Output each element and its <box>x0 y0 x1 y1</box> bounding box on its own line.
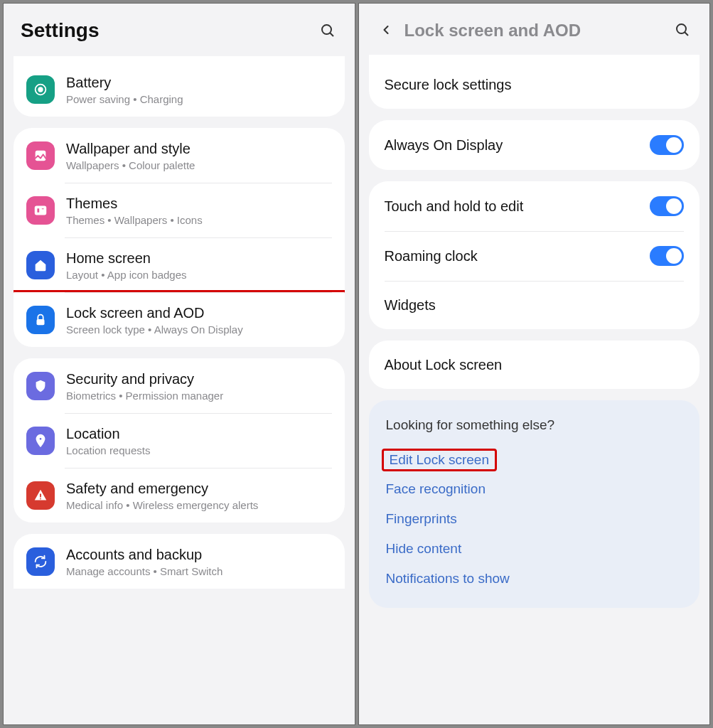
settings-item-text: Safety and emergencyMedical info • Wirel… <box>66 479 332 511</box>
page-title: Lock screen and AOD <box>404 21 673 41</box>
shield-icon <box>26 372 55 400</box>
lockscreen-item-aod[interactable]: Always On Display <box>369 120 700 170</box>
settings-item-text: Wallpaper and styleWallpapers • Colour p… <box>66 139 332 171</box>
item-title: About Lock screen <box>385 355 685 374</box>
settings-item-title: Home screen <box>66 249 332 267</box>
svg-point-9 <box>39 437 43 440</box>
settings-item-text: ThemesThemes • Wallpapers • Icons <box>66 194 332 226</box>
chevron-left-icon <box>379 23 393 37</box>
lockscreen-item-touchhold[interactable]: Touch and hold to edit <box>369 181 700 231</box>
lockscreen-group: Touch and hold to editRoaming clockWidge… <box>369 181 700 329</box>
link-finger[interactable]: Fingerprints <box>386 504 683 534</box>
settings-item-safety[interactable]: Safety and emergencyMedical info • Wirel… <box>14 468 345 523</box>
alert-icon <box>26 481 55 510</box>
lockscreen-item-roaming[interactable]: Roaming clock <box>369 231 700 281</box>
themes-icon <box>26 196 55 225</box>
back-button[interactable] <box>376 20 396 40</box>
settings-item-subtitle: Screen lock type • Always On Display <box>66 323 332 336</box>
settings-group: Wallpaper and styleWallpapers • Colour p… <box>14 128 345 347</box>
settings-item-text: Security and privacyBiometrics • Permiss… <box>66 370 332 402</box>
search-button[interactable] <box>318 21 338 41</box>
settings-item-text: BatteryPower saving • Charging <box>66 73 332 105</box>
svg-point-11 <box>40 498 41 499</box>
settings-item-text: Accounts and backupManage accounts • Sma… <box>66 545 332 577</box>
sync-icon <box>26 547 55 576</box>
wallpaper-icon <box>26 141 55 170</box>
settings-screen: Settings BatteryPower saving • ChargingW… <box>3 3 355 725</box>
item-title: Always On Display <box>385 136 650 154</box>
toggle-switch[interactable] <box>650 135 684 155</box>
item-text: Touch and hold to edit <box>385 197 650 215</box>
svg-rect-7 <box>41 208 45 210</box>
settings-item-title: Safety and emergency <box>66 479 332 498</box>
location-icon <box>26 427 55 455</box>
settings-item-text: LocationLocation requests <box>66 424 332 456</box>
item-title: Roaming clock <box>385 247 650 265</box>
item-text: Widgets <box>385 296 685 314</box>
settings-item-subtitle: Manage accounts • Smart Switch <box>66 565 332 577</box>
settings-item-security[interactable]: Security and privacyBiometrics • Permiss… <box>14 358 345 413</box>
item-text: Roaming clock <box>385 247 650 265</box>
search-icon <box>319 22 336 39</box>
svg-rect-6 <box>37 208 41 213</box>
settings-item-location[interactable]: LocationLocation requests <box>14 413 345 468</box>
lockscreen-item-widgets[interactable]: Widgets <box>369 281 700 329</box>
toggle-switch[interactable] <box>650 196 684 216</box>
settings-header: Settings <box>4 4 355 56</box>
settings-item-title: Accounts and backup <box>66 545 332 564</box>
lockscreen-item-securelock[interactable]: Secure lock settings <box>369 60 700 109</box>
home-icon <box>26 251 55 279</box>
item-text: About Lock screen <box>385 355 685 374</box>
link-face[interactable]: Face recognition <box>386 474 683 504</box>
settings-item-subtitle: Medical info • Wireless emergency alerts <box>66 499 332 511</box>
settings-item-wallpaper[interactable]: Wallpaper and styleWallpapers • Colour p… <box>14 128 345 183</box>
settings-item-accounts[interactable]: Accounts and backupManage accounts • Sma… <box>14 534 345 589</box>
search-button[interactable] <box>672 20 692 40</box>
settings-item-title: Security and privacy <box>66 370 332 388</box>
settings-group: Accounts and backupManage accounts • Sma… <box>14 534 345 589</box>
lock-icon <box>26 306 55 334</box>
lockscreen-group: About Lock screen <box>369 341 700 389</box>
settings-item-lockscreen[interactable]: Lock screen and AODScreen lock type • Al… <box>14 290 345 347</box>
item-text: Secure lock settings <box>385 75 685 94</box>
link-notif[interactable]: Notifications to show <box>386 564 683 594</box>
settings-item-battery[interactable]: BatteryPower saving • Charging <box>14 62 345 117</box>
lockscreen-item-about[interactable]: About Lock screen <box>369 341 700 389</box>
item-title: Touch and hold to edit <box>385 197 650 215</box>
settings-item-subtitle: Power saving • Charging <box>66 93 332 105</box>
toggle-switch[interactable] <box>650 246 684 266</box>
lockscreen-list: Secure lock settingsAlways On DisplayTou… <box>359 55 710 724</box>
settings-group: Security and privacyBiometrics • Permiss… <box>14 358 345 523</box>
svg-line-1 <box>330 33 333 36</box>
settings-item-themes[interactable]: ThemesThemes • Wallpapers • Icons <box>14 183 345 237</box>
settings-item-subtitle: Layout • App icon badges <box>66 269 332 281</box>
search-icon <box>674 21 691 38</box>
svg-line-13 <box>685 32 688 36</box>
settings-item-title: Lock screen and AOD <box>66 304 332 322</box>
item-text: Always On Display <box>385 136 650 154</box>
settings-item-subtitle: Themes • Wallpapers • Icons <box>66 214 332 226</box>
looking-for-card: Looking for something else?Edit Lock scr… <box>369 400 700 608</box>
settings-item-text: Home screenLayout • App icon badges <box>66 249 332 281</box>
settings-item-title: Themes <box>66 194 332 213</box>
link-edit-lock[interactable]: Edit Lock screen <box>388 448 490 471</box>
settings-item-text: Lock screen and AODScreen lock type • Al… <box>66 304 332 336</box>
item-title: Widgets <box>385 296 685 314</box>
svg-rect-8 <box>37 319 45 325</box>
svg-point-0 <box>322 25 331 34</box>
lockscreen-group: Secure lock settings <box>369 55 700 109</box>
item-title: Secure lock settings <box>385 75 685 94</box>
link-hide[interactable]: Hide content <box>386 534 683 564</box>
settings-item-subtitle: Wallpapers • Colour palette <box>66 159 332 171</box>
settings-group: BatteryPower saving • Charging <box>14 56 345 117</box>
settings-item-title: Wallpaper and style <box>66 139 332 158</box>
settings-item-home[interactable]: Home screenLayout • App icon badges <box>14 237 345 292</box>
settings-item-subtitle: Location requests <box>66 444 332 456</box>
lockscreen-aod-screen: Lock screen and AOD Secure lock settings… <box>358 3 711 725</box>
battery-icon <box>26 75 55 104</box>
settings-item-subtitle: Biometrics • Permission manager <box>66 390 332 402</box>
looking-for-heading: Looking for something else? <box>386 417 683 433</box>
lockscreen-group: Always On Display <box>369 120 700 170</box>
settings-item-title: Location <box>66 424 332 443</box>
lockscreen-header: Lock screen and AOD <box>359 4 710 55</box>
